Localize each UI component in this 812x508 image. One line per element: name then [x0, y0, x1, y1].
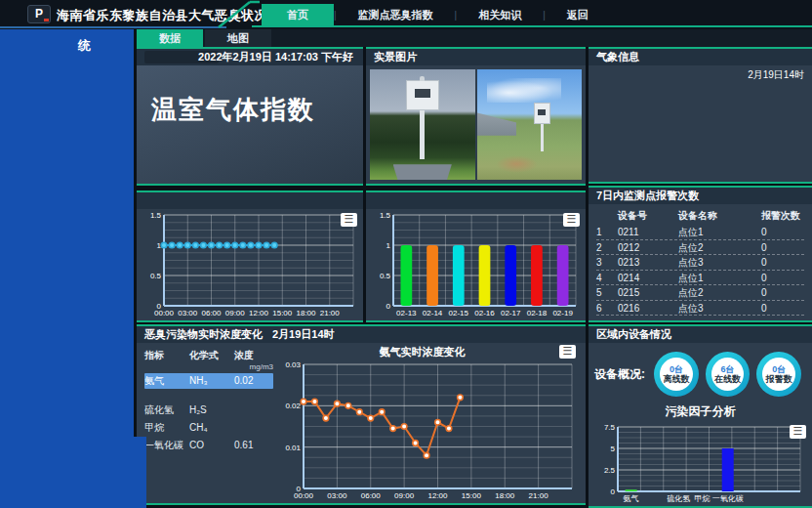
odor-row-co[interactable]: 一氧化碳 CO 0.61	[144, 438, 273, 453]
svg-text:09:00: 09:00	[394, 491, 415, 500]
alarms-panel-title: 7日内监测点报警次数	[596, 188, 699, 204]
tab-data[interactable]: 数据	[137, 29, 203, 47]
svg-text:一氧化碳: 一氧化碳	[712, 494, 744, 503]
svg-text:0.01: 0.01	[285, 444, 301, 452]
svg-text:03:00: 03:00	[178, 309, 198, 318]
online-count-badge: 6台 在线数	[706, 352, 751, 397]
alarm-row: 60216 点位30	[596, 301, 804, 317]
svg-text:02-16: 02-16	[474, 309, 495, 318]
device-overview-label: 设备概况:	[594, 366, 654, 383]
odor-table: 指标 化学式 浓度 mg/m3 氨气 NH₃ 0.02 硫化氢 H₂S 甲烷 C…	[144, 349, 273, 455]
photos-panel-title: 实景图片	[374, 49, 417, 65]
svg-text:02-18: 02-18	[527, 309, 548, 318]
col-indicator: 指标	[144, 349, 189, 362]
col-device-no: 设备号	[618, 208, 678, 225]
svg-text:15:00: 15:00	[272, 309, 293, 318]
alarm-row: 40214 点位10	[596, 271, 804, 286]
devices-panel: 区域内设备情况 设备概况: 0台 离线数 6台 在线数 0台 报警数 污染因子分…	[589, 324, 812, 508]
alarms-table-header: 设备号 设备名称 报警次数	[596, 208, 804, 225]
svg-text:02-19: 02-19	[552, 309, 573, 318]
svg-text:21:00: 21:00	[320, 309, 341, 318]
svg-text:12:00: 12:00	[427, 491, 448, 500]
tab-map[interactable]: 地图	[205, 29, 271, 47]
svg-text:1.5: 1.5	[150, 211, 162, 220]
odor-panel-title: 恶臭污染物实时浓度变化	[144, 326, 263, 343]
daily-index-chart: 00.511.502-1302-1402-1502-1602-1702-1802…	[368, 209, 584, 318]
nh3-chart-title: 氨气实时浓度变化	[278, 345, 566, 360]
alarms-panel-header: 7日内监测点报警次数	[589, 188, 812, 204]
nav-item-knowledge[interactable]: 相关知识	[457, 4, 543, 25]
nav-item-home[interactable]: 首页	[262, 4, 334, 25]
site-photo-1	[370, 69, 475, 180]
sidebar-bottom-block	[0, 437, 146, 508]
factor-chart-title: 污染因子分析	[589, 403, 812, 420]
odor-row-nh3[interactable]: 氨气 NH₃ 0.02	[144, 373, 273, 389]
col-alarm-count: 报警次数	[761, 208, 804, 225]
chart-toolbox-icon[interactable]: ☰	[341, 213, 357, 227]
page-headline: 温室气体指数	[151, 93, 315, 127]
svg-text:09:00: 09:00	[225, 309, 246, 318]
daily-index-header	[366, 192, 586, 209]
chart-toolbox-icon[interactable]: ☰	[790, 425, 806, 439]
svg-text:02-13: 02-13	[396, 309, 417, 318]
svg-text:0.02: 0.02	[285, 402, 301, 410]
chart-toolbox-icon[interactable]: ☰	[563, 213, 580, 227]
index-trend-chart: 00.511.500:0003:0006:0009:0012:0015:0018…	[139, 209, 361, 318]
svg-text:02-15: 02-15	[449, 309, 469, 318]
decorative-diagonal	[217, 0, 260, 29]
svg-text:0: 0	[611, 487, 616, 496]
titlebar-underline-right	[252, 25, 812, 27]
svg-text:1.5: 1.5	[380, 211, 391, 220]
chart-toolbox-icon[interactable]: ☰	[559, 345, 576, 359]
nav-item-odor-index[interactable]: 监测点恶臭指数	[337, 4, 455, 25]
alarm-row: 50215 点位20	[596, 285, 804, 301]
greeting-panel-header: 2022年2月19日 14:17:03 下午好	[137, 49, 363, 65]
svg-text:21:00: 21:00	[529, 491, 549, 500]
odor-row-ch4[interactable]: 甲烷 CH₄	[144, 420, 273, 436]
weather-panel-header: 气象信息	[589, 49, 812, 65]
greeting-panel: 2022年2月19日 14:17:03 下午好 温室气体指数	[137, 47, 363, 186]
svg-text:00:00: 00:00	[154, 309, 175, 318]
greeting-body: 温室气体指数	[137, 65, 363, 184]
weather-panel-title: 气象信息	[596, 49, 639, 65]
svg-text:18:00: 18:00	[495, 491, 515, 500]
svg-text:06:00: 06:00	[201, 309, 222, 318]
index-trend-header	[137, 192, 363, 209]
svg-text:18:00: 18:00	[296, 309, 316, 318]
main-nav: 首页 | 监测点恶臭指数 | 相关知识 | 返回	[262, 4, 610, 25]
col-concentration: 浓度	[234, 349, 254, 362]
svg-text:0.5: 0.5	[380, 272, 391, 280]
odor-table-header: 指标 化学式 浓度	[144, 349, 273, 362]
svg-text:0: 0	[386, 302, 391, 311]
svg-text:5: 5	[611, 444, 616, 453]
alarms-panel: 7日内监测点报警次数 设备号 设备名称 报警次数 10211 点位10 2021…	[589, 186, 812, 322]
svg-text:03:00: 03:00	[327, 491, 347, 500]
photos-panel-header: 实景图片	[366, 49, 586, 65]
svg-text:12:00: 12:00	[249, 309, 269, 318]
odor-panel-time: 2月19日14时	[272, 326, 335, 343]
alarm-row: 20212 点位20	[596, 240, 804, 256]
svg-text:7.5: 7.5	[604, 423, 616, 432]
col-formula: 化学式	[189, 349, 234, 362]
alarm-row: 30213 点位30	[596, 255, 804, 271]
pollution-factor-chart: 02.557.5氨气硫化氢甲烷一氧化碳	[592, 421, 808, 504]
devices-panel-title: 区域内设备情况	[596, 326, 671, 343]
svg-text:硫化氢: 硫化氢	[667, 494, 690, 503]
col-device-name: 设备名称	[678, 208, 761, 225]
weather-panel: 气象信息 2月19日14时	[589, 47, 812, 184]
svg-text:1: 1	[386, 241, 391, 250]
nh3-concentration-chart: 00.010.020.0300:0003:0006:0009:0012:0015…	[278, 359, 580, 501]
nav-item-back[interactable]: 返回	[546, 4, 610, 25]
svg-text:0.03: 0.03	[285, 360, 301, 369]
devices-panel-header: 区域内设备情况	[589, 326, 812, 343]
alarm-count-badge: 0台 报警数	[756, 352, 801, 397]
odor-row-h2s[interactable]: 硫化氢 H₂S	[144, 402, 273, 418]
monitor-station-graphic	[406, 80, 439, 168]
datetime-text: 2022年2月19日 14:17:03 下午好	[198, 49, 353, 65]
odor-panel: 恶臭污染物实时浓度变化 2月19日14时 指标 化学式 浓度 mg/m3 氨气 …	[137, 324, 586, 505]
app-logo-icon: P	[27, 5, 51, 23]
photos-panel: 实景图片	[366, 47, 586, 186]
svg-text:15:00: 15:00	[462, 491, 482, 500]
monitor-station-graphic	[534, 103, 550, 160]
svg-text:0.5: 0.5	[150, 272, 162, 280]
